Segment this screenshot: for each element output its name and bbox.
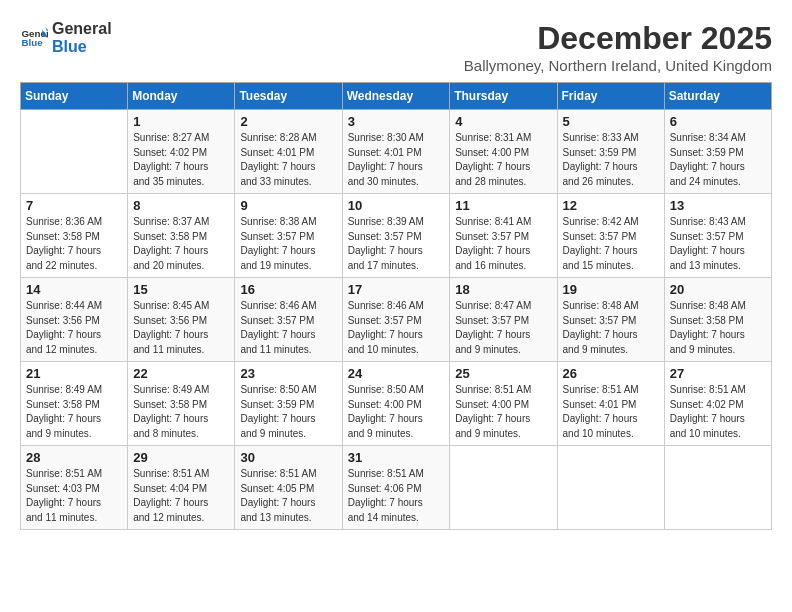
header-tuesday: Tuesday	[235, 83, 342, 110]
header-friday: Friday	[557, 83, 664, 110]
week-row-4: 21Sunrise: 8:49 AMSunset: 3:58 PMDayligh…	[21, 362, 772, 446]
day-info: Sunrise: 8:46 AMSunset: 3:57 PMDaylight:…	[240, 299, 336, 357]
day-info: Sunrise: 8:37 AMSunset: 3:58 PMDaylight:…	[133, 215, 229, 273]
day-info: Sunrise: 8:31 AMSunset: 4:00 PMDaylight:…	[455, 131, 551, 189]
day-number: 28	[26, 450, 122, 465]
calendar-cell: 9Sunrise: 8:38 AMSunset: 3:57 PMDaylight…	[235, 194, 342, 278]
calendar-cell: 14Sunrise: 8:44 AMSunset: 3:56 PMDayligh…	[21, 278, 128, 362]
logo: General Blue General Blue	[20, 20, 112, 55]
day-number: 23	[240, 366, 336, 381]
calendar-cell: 21Sunrise: 8:49 AMSunset: 3:58 PMDayligh…	[21, 362, 128, 446]
day-number: 6	[670, 114, 766, 129]
calendar-cell: 10Sunrise: 8:39 AMSunset: 3:57 PMDayligh…	[342, 194, 450, 278]
day-info: Sunrise: 8:34 AMSunset: 3:59 PMDaylight:…	[670, 131, 766, 189]
day-info: Sunrise: 8:38 AMSunset: 3:57 PMDaylight:…	[240, 215, 336, 273]
calendar-cell: 8Sunrise: 8:37 AMSunset: 3:58 PMDaylight…	[128, 194, 235, 278]
day-number: 19	[563, 282, 659, 297]
day-info: Sunrise: 8:42 AMSunset: 3:57 PMDaylight:…	[563, 215, 659, 273]
day-number: 13	[670, 198, 766, 213]
week-row-2: 7Sunrise: 8:36 AMSunset: 3:58 PMDaylight…	[21, 194, 772, 278]
month-title: December 2025	[464, 20, 772, 57]
header-row: SundayMondayTuesdayWednesdayThursdayFrid…	[21, 83, 772, 110]
logo-blue: Blue	[52, 38, 112, 56]
calendar-cell	[450, 446, 557, 530]
day-info: Sunrise: 8:30 AMSunset: 4:01 PMDaylight:…	[348, 131, 445, 189]
calendar-cell	[557, 446, 664, 530]
calendar-cell: 27Sunrise: 8:51 AMSunset: 4:02 PMDayligh…	[664, 362, 771, 446]
day-info: Sunrise: 8:51 AMSunset: 4:01 PMDaylight:…	[563, 383, 659, 441]
day-info: Sunrise: 8:50 AMSunset: 4:00 PMDaylight:…	[348, 383, 445, 441]
calendar-cell: 19Sunrise: 8:48 AMSunset: 3:57 PMDayligh…	[557, 278, 664, 362]
calendar-cell: 17Sunrise: 8:46 AMSunset: 3:57 PMDayligh…	[342, 278, 450, 362]
day-info: Sunrise: 8:51 AMSunset: 4:04 PMDaylight:…	[133, 467, 229, 525]
calendar-cell: 7Sunrise: 8:36 AMSunset: 3:58 PMDaylight…	[21, 194, 128, 278]
logo-icon: General Blue	[20, 24, 48, 52]
page-header: General Blue General Blue December 2025 …	[20, 20, 772, 74]
calendar-cell: 28Sunrise: 8:51 AMSunset: 4:03 PMDayligh…	[21, 446, 128, 530]
title-block: December 2025 Ballymoney, Northern Irela…	[464, 20, 772, 74]
day-info: Sunrise: 8:39 AMSunset: 3:57 PMDaylight:…	[348, 215, 445, 273]
day-info: Sunrise: 8:51 AMSunset: 4:05 PMDaylight:…	[240, 467, 336, 525]
day-info: Sunrise: 8:46 AMSunset: 3:57 PMDaylight:…	[348, 299, 445, 357]
calendar-cell	[21, 110, 128, 194]
day-number: 16	[240, 282, 336, 297]
header-sunday: Sunday	[21, 83, 128, 110]
day-info: Sunrise: 8:41 AMSunset: 3:57 PMDaylight:…	[455, 215, 551, 273]
day-number: 9	[240, 198, 336, 213]
day-number: 14	[26, 282, 122, 297]
day-number: 26	[563, 366, 659, 381]
day-number: 21	[26, 366, 122, 381]
calendar-cell: 24Sunrise: 8:50 AMSunset: 4:00 PMDayligh…	[342, 362, 450, 446]
header-thursday: Thursday	[450, 83, 557, 110]
calendar-cell: 12Sunrise: 8:42 AMSunset: 3:57 PMDayligh…	[557, 194, 664, 278]
day-info: Sunrise: 8:44 AMSunset: 3:56 PMDaylight:…	[26, 299, 122, 357]
day-info: Sunrise: 8:48 AMSunset: 3:58 PMDaylight:…	[670, 299, 766, 357]
day-number: 11	[455, 198, 551, 213]
calendar-cell: 31Sunrise: 8:51 AMSunset: 4:06 PMDayligh…	[342, 446, 450, 530]
day-number: 12	[563, 198, 659, 213]
calendar-cell: 22Sunrise: 8:49 AMSunset: 3:58 PMDayligh…	[128, 362, 235, 446]
location-subtitle: Ballymoney, Northern Ireland, United Kin…	[464, 57, 772, 74]
day-number: 31	[348, 450, 445, 465]
header-saturday: Saturday	[664, 83, 771, 110]
header-monday: Monday	[128, 83, 235, 110]
day-info: Sunrise: 8:36 AMSunset: 3:58 PMDaylight:…	[26, 215, 122, 273]
day-number: 24	[348, 366, 445, 381]
day-info: Sunrise: 8:27 AMSunset: 4:02 PMDaylight:…	[133, 131, 229, 189]
calendar-cell: 15Sunrise: 8:45 AMSunset: 3:56 PMDayligh…	[128, 278, 235, 362]
calendar-table: SundayMondayTuesdayWednesdayThursdayFrid…	[20, 82, 772, 530]
day-info: Sunrise: 8:33 AMSunset: 3:59 PMDaylight:…	[563, 131, 659, 189]
calendar-cell: 20Sunrise: 8:48 AMSunset: 3:58 PMDayligh…	[664, 278, 771, 362]
day-info: Sunrise: 8:48 AMSunset: 3:57 PMDaylight:…	[563, 299, 659, 357]
calendar-cell: 3Sunrise: 8:30 AMSunset: 4:01 PMDaylight…	[342, 110, 450, 194]
day-number: 18	[455, 282, 551, 297]
day-number: 2	[240, 114, 336, 129]
calendar-cell: 6Sunrise: 8:34 AMSunset: 3:59 PMDaylight…	[664, 110, 771, 194]
day-number: 27	[670, 366, 766, 381]
day-number: 7	[26, 198, 122, 213]
day-number: 3	[348, 114, 445, 129]
day-number: 22	[133, 366, 229, 381]
calendar-cell: 5Sunrise: 8:33 AMSunset: 3:59 PMDaylight…	[557, 110, 664, 194]
day-info: Sunrise: 8:28 AMSunset: 4:01 PMDaylight:…	[240, 131, 336, 189]
day-number: 4	[455, 114, 551, 129]
day-number: 5	[563, 114, 659, 129]
week-row-1: 1Sunrise: 8:27 AMSunset: 4:02 PMDaylight…	[21, 110, 772, 194]
day-info: Sunrise: 8:49 AMSunset: 3:58 PMDaylight:…	[133, 383, 229, 441]
day-info: Sunrise: 8:51 AMSunset: 4:06 PMDaylight:…	[348, 467, 445, 525]
calendar-cell: 23Sunrise: 8:50 AMSunset: 3:59 PMDayligh…	[235, 362, 342, 446]
calendar-cell: 13Sunrise: 8:43 AMSunset: 3:57 PMDayligh…	[664, 194, 771, 278]
calendar-cell: 11Sunrise: 8:41 AMSunset: 3:57 PMDayligh…	[450, 194, 557, 278]
day-number: 20	[670, 282, 766, 297]
day-number: 25	[455, 366, 551, 381]
calendar-cell: 26Sunrise: 8:51 AMSunset: 4:01 PMDayligh…	[557, 362, 664, 446]
calendar-cell: 25Sunrise: 8:51 AMSunset: 4:00 PMDayligh…	[450, 362, 557, 446]
week-row-5: 28Sunrise: 8:51 AMSunset: 4:03 PMDayligh…	[21, 446, 772, 530]
day-number: 10	[348, 198, 445, 213]
day-info: Sunrise: 8:43 AMSunset: 3:57 PMDaylight:…	[670, 215, 766, 273]
day-info: Sunrise: 8:51 AMSunset: 4:02 PMDaylight:…	[670, 383, 766, 441]
day-info: Sunrise: 8:45 AMSunset: 3:56 PMDaylight:…	[133, 299, 229, 357]
logo-general: General	[52, 20, 112, 38]
calendar-cell: 4Sunrise: 8:31 AMSunset: 4:00 PMDaylight…	[450, 110, 557, 194]
day-info: Sunrise: 8:49 AMSunset: 3:58 PMDaylight:…	[26, 383, 122, 441]
